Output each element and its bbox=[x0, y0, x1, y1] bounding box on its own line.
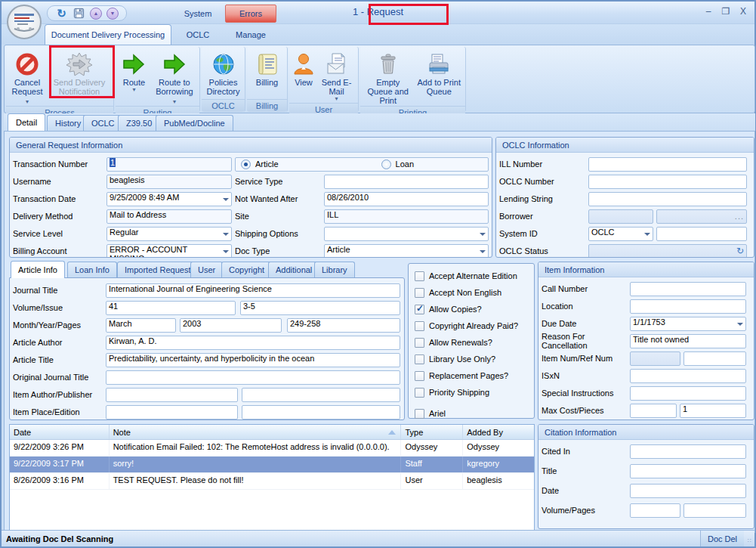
tab-oclc[interactable]: OCLC bbox=[83, 115, 123, 131]
item-edition-field[interactable] bbox=[242, 405, 400, 420]
close-icon[interactable]: X bbox=[738, 6, 748, 17]
shipping-options-combobox[interactable] bbox=[324, 227, 489, 241]
priority-shipping-checkbox[interactable] bbox=[415, 388, 424, 398]
note-row-selected[interactable]: 9/22/2009 3:17 PM sorry! Staff kgregory bbox=[10, 457, 534, 473]
article-author-field[interactable]: Kirwan, A. D. bbox=[106, 336, 400, 350]
system-id-value-field[interactable] bbox=[656, 227, 747, 241]
previous-request-icon[interactable]: ▲ bbox=[90, 8, 102, 20]
column-header-date[interactable]: Date bbox=[10, 425, 110, 439]
replacement-pages-checkbox[interactable] bbox=[415, 371, 424, 381]
tab-detail[interactable]: Detail bbox=[8, 113, 45, 131]
location-field[interactable] bbox=[630, 299, 746, 314]
allow-copies-checkbox[interactable] bbox=[415, 305, 424, 314]
journal-title-field[interactable]: International Journal of Engineering Sci… bbox=[106, 283, 400, 298]
issue-field[interactable]: 3-5 bbox=[240, 301, 400, 315]
call-number-field[interactable] bbox=[630, 282, 746, 296]
column-header-type[interactable]: Type bbox=[401, 425, 463, 439]
item-num-field[interactable] bbox=[630, 351, 680, 366]
add-to-print-queue-button[interactable]: Add to Print Queue bbox=[415, 48, 463, 106]
tab-imported-request[interactable]: Imported Request bbox=[117, 262, 198, 277]
tab-user[interactable]: User bbox=[190, 262, 223, 277]
empty-queue-and-print-button[interactable]: Empty Queue and Print bbox=[363, 48, 413, 106]
month-field[interactable]: March bbox=[106, 318, 176, 333]
accept-alternate-edition-checkbox[interactable] bbox=[415, 271, 424, 281]
ribbon-tab-document-delivery-processing[interactable]: Document Delivery Processing bbox=[45, 24, 171, 45]
reason-for-cancellation-field[interactable]: Title not owned bbox=[630, 334, 746, 348]
pages-field[interactable]: 249-258 bbox=[287, 318, 400, 333]
delivery-method-field[interactable]: Mail to Address bbox=[106, 209, 232, 224]
item-publisher-field[interactable] bbox=[242, 388, 400, 402]
cancel-request-button[interactable]: Cancel Request ▾ bbox=[8, 48, 46, 106]
policies-directory-button[interactable]: Policies Directory bbox=[204, 48, 242, 99]
item-place-field[interactable] bbox=[106, 405, 238, 420]
tab-z3950[interactable]: Z39.50 bbox=[118, 115, 160, 131]
pieces-field[interactable]: 1 bbox=[680, 404, 746, 418]
save-icon[interactable] bbox=[73, 7, 85, 20]
citation-pages-field[interactable] bbox=[683, 503, 746, 518]
route-to-borrowing-button[interactable]: Route to Borrowing ▾ bbox=[152, 48, 197, 106]
service-level-combobox[interactable]: Regular bbox=[106, 227, 232, 241]
article-title-field[interactable]: Predictability, uncertainty, and hyperbo… bbox=[106, 353, 400, 367]
ill-number-field[interactable] bbox=[588, 157, 747, 172]
tab-library[interactable]: Library bbox=[314, 262, 355, 277]
tab-loan-info[interactable]: Loan Info bbox=[67, 262, 117, 277]
isxn-field[interactable] bbox=[630, 369, 746, 383]
cited-in-field[interactable] bbox=[630, 444, 746, 459]
lending-string-field[interactable] bbox=[588, 192, 747, 206]
copyright-already-paid-checkbox[interactable] bbox=[415, 321, 424, 331]
borrower-lookup-field[interactable]: ... bbox=[656, 209, 747, 224]
ariel-checkbox[interactable] bbox=[415, 409, 424, 419]
username-field[interactable]: beaglesis bbox=[106, 175, 232, 189]
billing-account-combobox[interactable]: ERROR - ACCOUNT MISSING bbox=[106, 244, 232, 259]
next-request-icon[interactable]: ▼ bbox=[106, 8, 119, 20]
refresh-icon[interactable]: ↻ bbox=[55, 7, 68, 20]
send-email-button[interactable]: Send E-Mail ▾ bbox=[317, 48, 356, 103]
doc-type-combobox[interactable]: Article bbox=[324, 244, 489, 259]
ribbon-tab-manage[interactable]: Manage bbox=[225, 26, 276, 44]
maximize-icon[interactable]: ❐ bbox=[721, 6, 731, 17]
volume-field[interactable]: 41 bbox=[106, 301, 236, 315]
borrower-field[interactable] bbox=[588, 209, 653, 224]
oclc-number-field[interactable] bbox=[588, 175, 747, 189]
minimize-icon[interactable]: – bbox=[703, 6, 714, 17]
citation-title-field[interactable] bbox=[630, 464, 746, 478]
application-menu-button[interactable] bbox=[7, 5, 42, 39]
note-row[interactable]: 8/26/2009 3:16 PM TEST REQUEST. Please d… bbox=[10, 473, 534, 490]
tab-pubmed-docline[interactable]: PubMed/Docline bbox=[156, 115, 233, 131]
column-header-note[interactable]: Note bbox=[110, 425, 402, 439]
ellipsis-icon[interactable]: ... bbox=[735, 212, 744, 221]
billing-button[interactable]: Billing bbox=[250, 48, 285, 99]
special-instructions-field[interactable] bbox=[630, 386, 746, 401]
ribbon-tab-system[interactable]: System bbox=[174, 5, 222, 23]
send-delivery-notification-button[interactable]: Send Delivery Notification bbox=[48, 48, 111, 106]
year-field[interactable]: 2003 bbox=[180, 318, 282, 333]
ref-num-field[interactable] bbox=[683, 351, 746, 366]
service-type-field[interactable] bbox=[324, 175, 489, 189]
resize-grip[interactable]: ∷ bbox=[744, 531, 754, 546]
not-wanted-after-field[interactable]: 08/26/2010 bbox=[324, 192, 489, 206]
note-row[interactable]: 9/22/2009 3:26 PM Notification Email Fai… bbox=[10, 440, 534, 457]
route-button[interactable]: Route ▾ bbox=[118, 48, 150, 106]
citation-date-field[interactable] bbox=[630, 484, 746, 498]
item-author-field[interactable] bbox=[106, 388, 238, 402]
loan-radio[interactable] bbox=[381, 159, 391, 169]
view-user-button[interactable]: View bbox=[292, 48, 316, 103]
ribbon-tab-errors[interactable]: Errors bbox=[225, 5, 276, 23]
original-journal-title-field[interactable] bbox=[106, 370, 400, 385]
library-use-only-checkbox[interactable] bbox=[415, 354, 424, 364]
transaction-number-field[interactable]: 1 bbox=[106, 157, 232, 172]
tab-article-info[interactable]: Article Info bbox=[11, 261, 65, 278]
tab-copyright[interactable]: Copyright bbox=[221, 262, 272, 277]
max-cost-field[interactable] bbox=[630, 404, 677, 418]
refresh-status-icon[interactable]: ↻ bbox=[736, 246, 744, 255]
site-field[interactable]: ILL bbox=[324, 209, 489, 224]
oclc-status-field[interactable]: ↻ bbox=[588, 244, 747, 259]
system-id-combobox[interactable]: OCLC bbox=[588, 227, 653, 241]
accept-non-english-checkbox[interactable] bbox=[415, 288, 424, 298]
ribbon-tab-oclc[interactable]: OCLC bbox=[174, 26, 222, 44]
citation-volume-field[interactable] bbox=[630, 503, 680, 518]
tab-additional[interactable]: Additional bbox=[268, 262, 319, 277]
allow-renewals-checkbox[interactable] bbox=[415, 338, 424, 348]
due-date-combobox[interactable]: 1/1/1753 bbox=[630, 317, 746, 331]
transaction-date-combobox[interactable]: 9/25/2009 8:49 AM bbox=[106, 192, 232, 206]
